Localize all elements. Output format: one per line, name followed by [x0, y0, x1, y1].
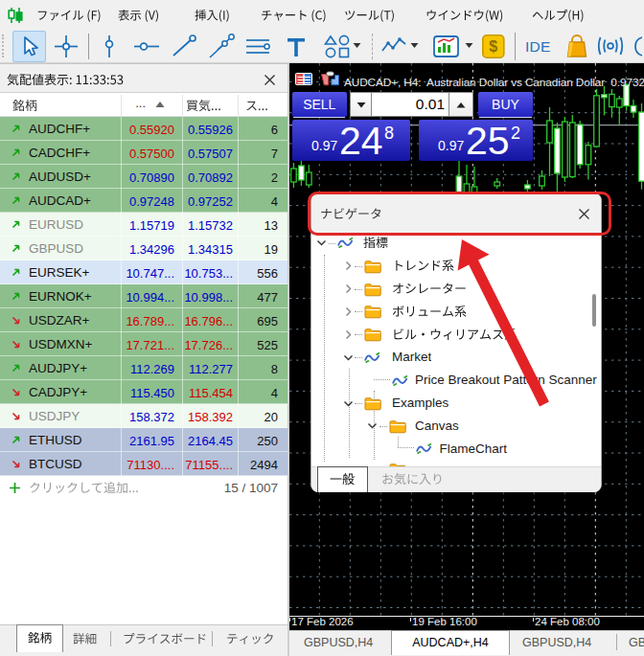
svg-text:24 Feb 08:00: 24 Feb 08:00 [535, 616, 600, 627]
svg-text:$: $ [489, 38, 497, 55]
svg-text:17 Feb 2026: 17 Feb 2026 [291, 616, 354, 627]
svg-text:19 Feb 16:00: 19 Feb 16:00 [412, 616, 477, 627]
